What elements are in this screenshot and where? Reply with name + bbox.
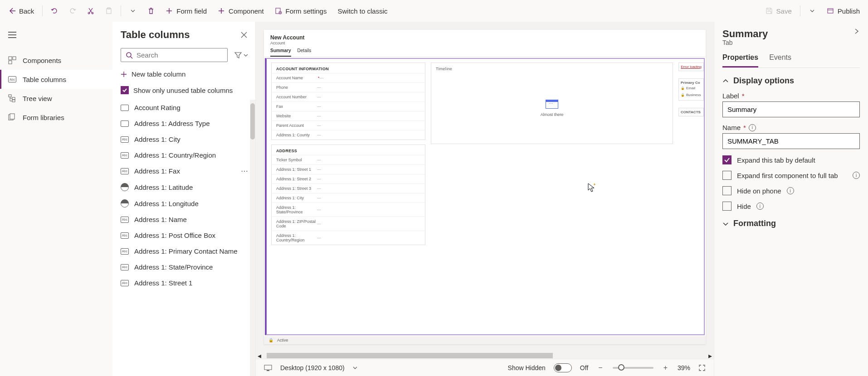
form-field-row[interactable]: Address 1: County--- [272, 130, 425, 140]
primary-contact-card[interactable]: Primary Co 🔒Email 🔒Business [678, 78, 704, 101]
column-item[interactable]: AbcAddress 1: State/Province [112, 259, 255, 275]
horizontal-scrollbar[interactable]: ◂ ▸ [256, 352, 714, 359]
form-preview[interactable]: New Account Account Summary Details ACCO… [264, 30, 706, 344]
zoom-slider[interactable] [613, 367, 653, 369]
form-field-row[interactable]: Parent Account--- [272, 121, 425, 130]
zoom-out-button[interactable]: − [596, 364, 604, 372]
form-field-row[interactable]: Fax--- [272, 101, 425, 111]
add-component-button[interactable]: Component [213, 5, 268, 18]
column-item[interactable]: Account Rating [112, 100, 255, 116]
accordion-formatting[interactable]: Formatting [722, 219, 860, 228]
column-item[interactable]: Address 1: Longitude [112, 195, 255, 212]
fit-to-screen-button[interactable] [698, 364, 706, 371]
new-table-column-button[interactable]: New table column [112, 66, 255, 82]
show-unused-checkbox-row[interactable]: Show only unused table columns [112, 82, 255, 100]
props-tab-properties[interactable]: Properties [722, 53, 758, 67]
info-icon[interactable]: i [749, 124, 756, 131]
column-item[interactable]: AbcAddress 1: Name [112, 212, 255, 227]
search-input[interactable] [137, 51, 223, 59]
column-item[interactable]: AbcAddress 1: City [112, 131, 255, 147]
hide-phone-checkbox[interactable]: Hide on phone i [722, 186, 860, 195]
component-label: Component [229, 7, 264, 15]
form-field-row[interactable]: Account Name*--- [272, 73, 425, 82]
form-tab-summary[interactable]: Summary [270, 48, 291, 57]
add-form-field-button[interactable]: Form field [161, 5, 211, 18]
hide-checkbox[interactable]: Hide i [722, 202, 860, 211]
redo-button[interactable] [64, 5, 81, 17]
delete-button[interactable] [143, 5, 159, 17]
label-input[interactable] [722, 101, 860, 117]
column-item[interactable]: AbcAddress 1: Primary Contact Name [112, 243, 255, 259]
zoom-slider-thumb[interactable] [618, 364, 624, 371]
undo-button[interactable] [46, 5, 63, 17]
form-field-row[interactable]: Address 1: City--- [272, 193, 425, 202]
show-hidden-toggle[interactable] [554, 363, 572, 372]
form-field-row[interactable]: Website--- [272, 111, 425, 121]
paste-button[interactable] [101, 5, 117, 17]
column-item[interactable]: AbcAddress 1: Street 1 [112, 275, 255, 291]
timeline-section[interactable]: Timeline Almost there [431, 63, 673, 144]
rail-item-components[interactable]: Components [0, 51, 112, 70]
lock-icon: 🔒 [681, 93, 685, 97]
column-item[interactable]: Address 1: Address Type [112, 116, 255, 131]
column-item[interactable]: AbcAddress 1: Country/Region [112, 147, 255, 163]
props-title: Summary [722, 28, 768, 40]
hamburger-button[interactable] [0, 27, 112, 43]
contacts-card[interactable]: CONTACTS [678, 108, 704, 116]
close-panel-button[interactable] [241, 32, 247, 38]
almost-there-text: Almost there [541, 112, 564, 117]
cut-button[interactable] [83, 5, 99, 17]
chevron-up-icon [722, 78, 729, 84]
accordion-display-options[interactable]: Display options [722, 76, 860, 86]
info-icon[interactable]: i [853, 172, 860, 179]
info-icon[interactable]: i [756, 202, 764, 210]
form-field-row[interactable]: Address 1: Street 3--- [272, 183, 425, 193]
expand-first-checkbox[interactable]: Expand first component to full tab i [722, 171, 860, 180]
more-icon[interactable]: ⋯ [241, 167, 249, 175]
form-settings-button[interactable]: Form settings [270, 5, 332, 18]
error-loading-link[interactable]: Error loading [678, 63, 704, 71]
paste-chevron-button[interactable] [125, 5, 141, 17]
search-input-wrap[interactable] [121, 48, 228, 62]
expand-panel-button[interactable] [853, 28, 860, 34]
form-field-row[interactable]: Address 1: Street 1--- [272, 164, 425, 174]
column-item[interactable]: AbcAddress 1: Post Office Box [112, 227, 255, 243]
form-field-row[interactable]: Phone--- [272, 82, 425, 92]
name-input[interactable] [722, 133, 860, 149]
column-list[interactable]: Account RatingAddress 1: Address TypeAbc… [112, 100, 255, 376]
checkbox-checked-icon [722, 155, 731, 164]
rail-item-table-columns[interactable]: Abc Table columns [0, 70, 112, 89]
rail-item-form-libraries[interactable]: Form libraries [0, 108, 112, 127]
form-field-row[interactable]: Ticker Symbol--- [272, 155, 425, 164]
bottom-status-bar: Desktop (1920 x 1080) Show Hidden Off − … [256, 359, 714, 376]
save-button[interactable]: Save [761, 5, 796, 18]
save-chevron-button[interactable] [804, 5, 820, 17]
column-item[interactable]: Address 1: Latitude [112, 179, 255, 195]
rail-item-tree-view[interactable]: Tree view [0, 89, 112, 108]
form-field-row[interactable]: Account Number--- [272, 92, 425, 101]
back-button[interactable]: Back [4, 5, 39, 18]
redo-icon [69, 7, 76, 14]
section-address[interactable]: ADDRESS Ticker Symbol---Address 1: Stree… [271, 145, 425, 245]
hscroll-thumb[interactable] [267, 353, 553, 358]
show-hidden-label: Show Hidden [508, 364, 546, 371]
business-label: Business [686, 93, 701, 97]
form-field-row[interactable]: Address 1: State/Province--- [272, 202, 425, 217]
svg-rect-7 [9, 57, 12, 60]
props-tab-events[interactable]: Events [769, 53, 791, 67]
info-icon[interactable]: i [787, 187, 794, 194]
zoom-in-button[interactable]: + [662, 364, 669, 372]
switch-classic-button[interactable]: Switch to classic [333, 5, 392, 18]
chevron-down-icon[interactable] [353, 366, 357, 370]
filter-button[interactable] [230, 48, 252, 62]
expand-default-checkbox[interactable]: Expand this tab by default [722, 155, 860, 164]
form-field-row[interactable]: Address 1: Country/Region--- [272, 231, 425, 245]
form-field-row[interactable]: Address 1: ZIP/Postal Code--- [272, 217, 425, 231]
form-field-row[interactable]: Address 1: Street 2--- [272, 174, 425, 183]
form-tab-details[interactable]: Details [297, 48, 312, 57]
column-item[interactable]: AbcAddress 1: Fax⋯ [112, 163, 255, 179]
device-label[interactable]: Desktop (1920 x 1080) [280, 364, 345, 371]
plus-icon [166, 7, 173, 14]
section-account-info[interactable]: ACCOUNT INFORMATION Account Name*---Phon… [271, 63, 425, 140]
publish-button[interactable]: Publish [822, 5, 864, 18]
